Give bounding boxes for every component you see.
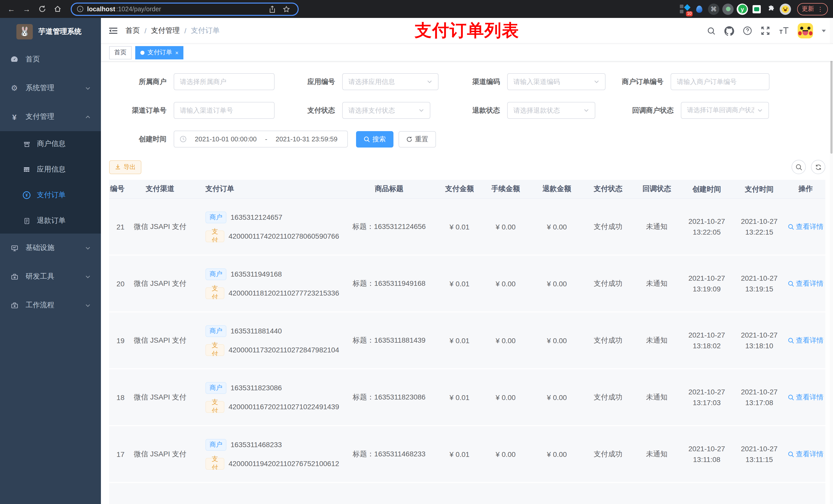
scrollbar-thumb[interactable] bbox=[830, 46, 832, 154]
font-size-icon[interactable] bbox=[779, 26, 789, 35]
filter-label: 退款状态 bbox=[449, 106, 500, 115]
channel-order-no-input[interactable] bbox=[174, 102, 275, 119]
active-dot-icon bbox=[140, 50, 144, 54]
browser-home-icon[interactable] bbox=[51, 3, 64, 15]
sidebar-item-app-info[interactable]: 应用信息 bbox=[0, 157, 101, 182]
page-scrollbar[interactable] bbox=[830, 18, 833, 504]
view-detail-link[interactable]: 查看详情 bbox=[788, 222, 824, 231]
circled-yen-icon: ¥ bbox=[23, 191, 31, 199]
chrome-update-button[interactable]: 更新 ⋮ bbox=[797, 3, 828, 15]
app-logo[interactable]: 🐰 芋道管理系统 bbox=[0, 18, 101, 45]
page-content: 所属商户 应用编号 请选择应用信息 渠道编码 请输入渠道编码 商户订单编号 bbox=[101, 61, 833, 504]
browser-forward-icon[interactable]: → bbox=[21, 3, 33, 15]
share-icon[interactable] bbox=[266, 3, 278, 15]
pay-tag: 支付 bbox=[206, 344, 224, 356]
extension-command-icon[interactable]: ⌘ bbox=[708, 3, 719, 15]
sidebar-item-workflow[interactable]: 工作流程 bbox=[0, 291, 101, 320]
extension-dot-icon[interactable] bbox=[722, 3, 734, 15]
table-row: 19 微信 JSAPI 支付 商户1635311881440 支付4200001… bbox=[109, 312, 825, 369]
hamburger-icon[interactable] bbox=[108, 26, 118, 36]
sidebar-item-dev-tools[interactable]: 研发工具 bbox=[0, 262, 101, 291]
notify-status: 未通知 bbox=[646, 450, 668, 459]
date-start: 2021-10-01 00:00:00 bbox=[191, 135, 261, 143]
created-time: 13:17:03 bbox=[693, 397, 721, 408]
view-detail-link[interactable]: 查看详情 bbox=[788, 279, 824, 288]
orders-table: 编号 支付渠道 支付订单 商品标题 支付金额 手续金额 退款金额 支付状态 回调… bbox=[109, 180, 825, 504]
pay-status: 支付成功 bbox=[594, 222, 622, 231]
merchant-order-no-input[interactable] bbox=[671, 73, 769, 90]
chevron-down-icon bbox=[584, 107, 589, 113]
notify-status: 未通知 bbox=[646, 392, 668, 402]
notify-status-select[interactable]: 请选择订单回调商户状态 bbox=[681, 102, 769, 119]
search-icon bbox=[364, 136, 370, 142]
refresh-icon bbox=[815, 164, 822, 170]
pay-order-no: 4200001173202110272847982104 bbox=[229, 346, 339, 354]
extension-chat-icon[interactable] bbox=[751, 3, 762, 15]
sidebar-item-home[interactable]: 首页 bbox=[0, 45, 101, 74]
extension-sketch-icon[interactable]: 10 bbox=[679, 3, 691, 15]
breadcrumb-home[interactable]: 首页 bbox=[125, 26, 140, 35]
tag-tab-home[interactable]: 首页 bbox=[109, 46, 132, 59]
close-icon[interactable]: × bbox=[175, 49, 178, 55]
browser-menu-icon[interactable]: ⋮ bbox=[817, 5, 823, 13]
channel-code-select[interactable]: 请输入渠道编码 bbox=[507, 73, 605, 90]
reset-button[interactable]: 重置 bbox=[399, 131, 436, 147]
sidebar-item-system[interactable]: ⚙ 系统管理 bbox=[0, 74, 101, 102]
pay-status-select[interactable]: 请选择支付状态 bbox=[342, 102, 430, 119]
address-bar[interactable]: localhost:1024/pay/order bbox=[71, 2, 299, 16]
browser-reload-icon[interactable] bbox=[36, 3, 48, 15]
sidebar-item-pay-order[interactable]: ¥ 支付订单 bbox=[0, 182, 101, 208]
pay-order-no: 4200001194202110276752100612 bbox=[229, 459, 339, 467]
search-icon[interactable] bbox=[707, 26, 716, 35]
github-icon[interactable] bbox=[724, 26, 734, 35]
created-date: 2021-10-27 bbox=[688, 216, 725, 226]
created-date: 2021-10-27 bbox=[688, 386, 725, 397]
refund-amount: ¥ 0.00 bbox=[547, 393, 567, 401]
sidebar: 🐰 芋道管理系统 首页 ⚙ 系统管理 ¥ 支付管理 bbox=[0, 18, 101, 504]
breadcrumb-separator: / bbox=[185, 27, 187, 35]
merchant-tag: 商户 bbox=[206, 211, 227, 223]
sidebar-item-payment[interactable]: ¥ 支付管理 bbox=[0, 102, 101, 131]
export-button[interactable]: 导出 bbox=[109, 160, 141, 174]
magnifier-icon bbox=[788, 223, 794, 230]
sidebar-item-refund-order[interactable]: 退款订单 bbox=[0, 208, 101, 234]
order-id: 21 bbox=[117, 222, 124, 231]
product-title: 标题：1635311468233 bbox=[353, 450, 426, 459]
browser-back-icon[interactable]: ← bbox=[5, 3, 18, 15]
extension-y-icon[interactable]: y bbox=[737, 3, 748, 15]
col-header: 支付渠道 bbox=[146, 184, 174, 194]
paid-time: 13:19:15 bbox=[745, 284, 773, 294]
view-detail-link[interactable]: 查看详情 bbox=[788, 450, 824, 459]
bookmark-star-icon[interactable] bbox=[280, 3, 292, 15]
view-detail-link[interactable]: 查看详情 bbox=[788, 336, 824, 345]
app-id-select[interactable]: 请选择应用信息 bbox=[342, 73, 438, 90]
search-button[interactable]: 搜索 bbox=[356, 131, 394, 147]
refresh-table-button[interactable] bbox=[811, 160, 825, 174]
show-search-toggle-button[interactable] bbox=[791, 160, 806, 174]
create-time-range-picker[interactable]: 2021-10-01 00:00:00 - 2021-10-31 23:59:5… bbox=[174, 130, 348, 147]
merchant-filter-input[interactable] bbox=[174, 73, 275, 90]
extensions-puzzle-icon[interactable] bbox=[765, 3, 777, 15]
extension-balloon-icon[interactable] bbox=[694, 3, 705, 15]
refund-status-select[interactable]: 请选择退款状态 bbox=[507, 102, 595, 119]
avatar-caret-icon[interactable] bbox=[822, 29, 826, 32]
paid-date: 2021-10-27 bbox=[741, 216, 778, 226]
fullscreen-icon[interactable] bbox=[761, 26, 770, 35]
url-path: :1024/pay/order bbox=[116, 5, 161, 13]
sidebar-item-merchant-info[interactable]: 商户信息 bbox=[0, 131, 101, 157]
chevron-up-icon bbox=[85, 114, 91, 120]
merchant-order-no: 1635311949168 bbox=[231, 270, 282, 278]
sidebar-item-infra[interactable]: 基础设施 bbox=[0, 234, 101, 262]
help-icon[interactable] bbox=[743, 26, 752, 35]
notify-status: 未通知 bbox=[646, 336, 668, 345]
filter-label: 应用编号 bbox=[285, 77, 335, 86]
search-label: 搜索 bbox=[373, 135, 386, 144]
created-time: 13:11:08 bbox=[693, 454, 720, 465]
select-placeholder: 请输入渠道编码 bbox=[513, 77, 560, 86]
breadcrumb-payment[interactable]: 支付管理 bbox=[151, 26, 180, 35]
pay-channel: 微信 JSAPI 支付 bbox=[134, 279, 186, 288]
profile-avatar-icon[interactable] bbox=[780, 3, 791, 15]
view-detail-link[interactable]: 查看详情 bbox=[788, 392, 824, 402]
user-avatar[interactable] bbox=[798, 23, 813, 39]
tag-tab-pay-order[interactable]: 支付订单 × bbox=[135, 46, 184, 59]
